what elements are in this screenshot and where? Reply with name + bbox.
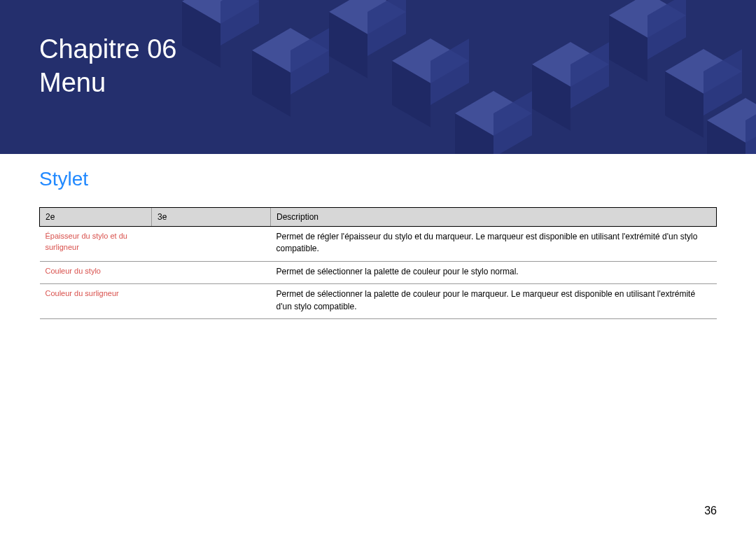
setting-name-cell: Couleur du stylo bbox=[40, 261, 152, 283]
page: Chapitre 06 Menu Stylet 2e 3e Descriptio… bbox=[0, 0, 756, 534]
cube-decoration bbox=[707, 98, 756, 154]
setting-desc-cell: Permet de sélectionner la palette de cou… bbox=[271, 284, 717, 319]
table-row: Couleur du stylo Permet de sélectionner … bbox=[40, 261, 717, 283]
setting-desc-cell: Permet de sélectionner la palette de cou… bbox=[271, 261, 717, 283]
chapter-title: Menu bbox=[39, 66, 176, 99]
table-header-3e: 3e bbox=[152, 208, 271, 227]
setting-sub-cell bbox=[152, 284, 271, 319]
cube-decoration bbox=[532, 42, 609, 130]
setting-sub-cell bbox=[152, 227, 271, 262]
table-header-2e: 2e bbox=[40, 208, 152, 227]
table-header-row: 2e 3e Description bbox=[40, 208, 717, 227]
banner-title-block: Chapitre 06 Menu bbox=[39, 32, 176, 99]
table-row: Épaisseur du stylo et du surligneur Perm… bbox=[40, 227, 717, 262]
cube-decoration bbox=[455, 91, 532, 154]
content-area: Stylet 2e 3e Description Épaisseur du st… bbox=[0, 154, 756, 319]
setting-sub-cell bbox=[152, 261, 271, 283]
page-number: 36 bbox=[704, 505, 717, 517]
settings-table: 2e 3e Description Épaisseur du stylo et … bbox=[39, 207, 717, 319]
cube-decoration bbox=[182, 0, 259, 67]
chapter-label: Chapitre 06 bbox=[39, 32, 176, 66]
setting-name-cell: Couleur du surligneur bbox=[40, 284, 152, 319]
table-row: Couleur du surligneur Permet de sélectio… bbox=[40, 284, 717, 319]
setting-desc-cell: Permet de régler l'épaisseur du stylo et… bbox=[271, 227, 717, 262]
cube-decoration bbox=[252, 28, 329, 116]
section-title: Stylet bbox=[39, 168, 717, 190]
chapter-banner: Chapitre 06 Menu bbox=[0, 0, 756, 154]
table-header-description: Description bbox=[271, 208, 717, 227]
setting-name-cell: Épaisseur du stylo et du surligneur bbox=[40, 227, 152, 262]
